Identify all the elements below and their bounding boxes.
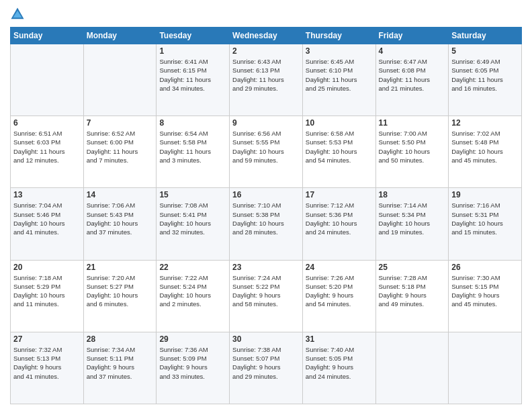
- calendar-cell: 22Sunrise: 7:22 AM Sunset: 5:24 PM Dayli…: [157, 260, 230, 332]
- day-info: Sunrise: 7:18 AM Sunset: 5:29 PM Dayligh…: [13, 273, 81, 309]
- day-info: Sunrise: 7:14 AM Sunset: 5:34 PM Dayligh…: [379, 201, 446, 236]
- day-info: Sunrise: 7:00 AM Sunset: 5:50 PM Dayligh…: [379, 129, 446, 165]
- calendar-cell: 10Sunrise: 6:58 AM Sunset: 5:53 PM Dayli…: [302, 116, 375, 188]
- calendar-cell: 9Sunrise: 6:56 AM Sunset: 5:55 PM Daylig…: [230, 116, 303, 188]
- calendar-cell: [83, 44, 157, 116]
- calendar-cell: 25Sunrise: 7:28 AM Sunset: 5:18 PM Dayli…: [375, 260, 449, 332]
- day-info: Sunrise: 7:20 AM Sunset: 5:27 PM Dayligh…: [87, 273, 154, 309]
- day-number: 31: [306, 334, 373, 344]
- calendar-cell: 3Sunrise: 6:45 AM Sunset: 6:10 PM Daylig…: [302, 44, 375, 116]
- col-header-friday: Friday: [375, 28, 449, 44]
- calendar-cell: 15Sunrise: 7:08 AM Sunset: 5:41 PM Dayli…: [157, 188, 230, 260]
- day-info: Sunrise: 7:24 AM Sunset: 5:22 PM Dayligh…: [232, 273, 300, 309]
- day-info: Sunrise: 6:58 AM Sunset: 5:53 PM Dayligh…: [306, 129, 373, 165]
- day-info: Sunrise: 7:08 AM Sunset: 5:41 PM Dayligh…: [159, 201, 226, 236]
- day-number: 30: [232, 334, 300, 344]
- day-info: Sunrise: 7:22 AM Sunset: 5:24 PM Dayligh…: [159, 273, 226, 309]
- day-number: 14: [87, 190, 154, 199]
- col-header-tuesday: Tuesday: [157, 28, 230, 44]
- day-number: 16: [232, 190, 300, 199]
- day-number: 24: [306, 263, 373, 272]
- logo-icon: [10, 7, 25, 21]
- calendar-cell: 5Sunrise: 6:49 AM Sunset: 6:05 PM Daylig…: [449, 44, 522, 116]
- day-number: 4: [379, 46, 446, 56]
- day-number: 3: [306, 46, 373, 56]
- day-number: 15: [159, 190, 226, 199]
- calendar-cell: 27Sunrise: 7:32 AM Sunset: 5:13 PM Dayli…: [11, 332, 84, 404]
- day-info: Sunrise: 7:36 AM Sunset: 5:09 PM Dayligh…: [159, 345, 226, 381]
- calendar-cell: 31Sunrise: 7:40 AM Sunset: 5:05 PM Dayli…: [302, 332, 375, 404]
- calendar-cell: 29Sunrise: 7:36 AM Sunset: 5:09 PM Dayli…: [157, 332, 230, 404]
- calendar-cell: 2Sunrise: 6:43 AM Sunset: 6:13 PM Daylig…: [230, 44, 303, 116]
- day-info: Sunrise: 6:41 AM Sunset: 6:15 PM Dayligh…: [159, 57, 226, 93]
- day-info: Sunrise: 7:30 AM Sunset: 5:15 PM Dayligh…: [451, 273, 519, 309]
- calendar-cell: 26Sunrise: 7:30 AM Sunset: 5:15 PM Dayli…: [449, 260, 522, 332]
- calendar-week-4: 20Sunrise: 7:18 AM Sunset: 5:29 PM Dayli…: [11, 260, 522, 332]
- calendar-cell: 6Sunrise: 6:51 AM Sunset: 6:03 PM Daylig…: [11, 116, 84, 188]
- day-info: Sunrise: 7:26 AM Sunset: 5:20 PM Dayligh…: [306, 273, 373, 309]
- day-number: 10: [306, 118, 373, 128]
- col-header-saturday: Saturday: [449, 28, 522, 44]
- day-number: 5: [451, 46, 519, 56]
- col-header-thursday: Thursday: [302, 28, 375, 44]
- calendar-cell: 20Sunrise: 7:18 AM Sunset: 5:29 PM Dayli…: [11, 260, 84, 332]
- day-info: Sunrise: 6:52 AM Sunset: 6:00 PM Dayligh…: [87, 129, 154, 165]
- calendar-header-row: SundayMondayTuesdayWednesdayThursdayFrid…: [11, 28, 522, 44]
- day-number: 18: [379, 190, 446, 199]
- day-number: 7: [87, 118, 154, 128]
- day-info: Sunrise: 6:45 AM Sunset: 6:10 PM Dayligh…: [306, 57, 373, 93]
- day-number: 11: [379, 118, 446, 128]
- day-info: Sunrise: 6:51 AM Sunset: 6:03 PM Dayligh…: [13, 129, 81, 165]
- day-number: 19: [451, 190, 519, 199]
- calendar-cell: 4Sunrise: 6:47 AM Sunset: 6:08 PM Daylig…: [375, 44, 449, 116]
- day-info: Sunrise: 6:47 AM Sunset: 6:08 PM Dayligh…: [379, 57, 446, 93]
- day-info: Sunrise: 6:43 AM Sunset: 6:13 PM Dayligh…: [232, 57, 300, 93]
- page: SundayMondayTuesdayWednesdayThursdayFrid…: [0, 0, 532, 411]
- calendar-cell: 12Sunrise: 7:02 AM Sunset: 5:48 PM Dayli…: [449, 116, 522, 188]
- day-info: Sunrise: 7:06 AM Sunset: 5:43 PM Dayligh…: [87, 201, 154, 236]
- day-info: Sunrise: 7:02 AM Sunset: 5:48 PM Dayligh…: [451, 129, 519, 165]
- day-info: Sunrise: 7:32 AM Sunset: 5:13 PM Dayligh…: [13, 345, 81, 381]
- day-number: 20: [13, 263, 81, 272]
- calendar-cell: 28Sunrise: 7:34 AM Sunset: 5:11 PM Dayli…: [83, 332, 157, 404]
- col-header-wednesday: Wednesday: [230, 28, 303, 44]
- calendar-cell: 16Sunrise: 7:10 AM Sunset: 5:38 PM Dayli…: [230, 188, 303, 260]
- calendar-cell: 19Sunrise: 7:16 AM Sunset: 5:31 PM Dayli…: [449, 188, 522, 260]
- day-number: 8: [159, 118, 226, 128]
- day-number: 29: [159, 334, 226, 344]
- calendar-cell: 14Sunrise: 7:06 AM Sunset: 5:43 PM Dayli…: [83, 188, 157, 260]
- calendar-week-3: 13Sunrise: 7:04 AM Sunset: 5:46 PM Dayli…: [11, 188, 522, 260]
- day-number: 28: [87, 334, 154, 344]
- calendar-cell: 24Sunrise: 7:26 AM Sunset: 5:20 PM Dayli…: [302, 260, 375, 332]
- day-info: Sunrise: 7:40 AM Sunset: 5:05 PM Dayligh…: [306, 345, 373, 381]
- day-number: 9: [232, 118, 300, 128]
- calendar-cell: 7Sunrise: 6:52 AM Sunset: 6:00 PM Daylig…: [83, 116, 157, 188]
- day-info: Sunrise: 7:28 AM Sunset: 5:18 PM Dayligh…: [379, 273, 446, 309]
- calendar-cell: 8Sunrise: 6:54 AM Sunset: 5:58 PM Daylig…: [157, 116, 230, 188]
- day-number: 22: [159, 263, 226, 272]
- day-info: Sunrise: 7:04 AM Sunset: 5:46 PM Dayligh…: [13, 201, 81, 236]
- day-number: 21: [87, 263, 154, 272]
- calendar-week-2: 6Sunrise: 6:51 AM Sunset: 6:03 PM Daylig…: [11, 116, 522, 188]
- day-info: Sunrise: 7:10 AM Sunset: 5:38 PM Dayligh…: [232, 201, 300, 236]
- day-info: Sunrise: 7:38 AM Sunset: 5:07 PM Dayligh…: [232, 345, 300, 381]
- day-info: Sunrise: 6:49 AM Sunset: 6:05 PM Dayligh…: [451, 57, 519, 93]
- day-info: Sunrise: 7:34 AM Sunset: 5:11 PM Dayligh…: [87, 345, 154, 381]
- calendar-table: SundayMondayTuesdayWednesdayThursdayFrid…: [10, 27, 522, 404]
- calendar-cell: [449, 332, 522, 404]
- day-number: 12: [451, 118, 519, 128]
- day-info: Sunrise: 6:54 AM Sunset: 5:58 PM Dayligh…: [159, 129, 226, 165]
- header: [10, 7, 522, 21]
- day-number: 25: [379, 263, 446, 272]
- day-number: 27: [13, 334, 81, 344]
- calendar-cell: 17Sunrise: 7:12 AM Sunset: 5:36 PM Dayli…: [302, 188, 375, 260]
- logo: [10, 7, 28, 21]
- calendar-cell: 13Sunrise: 7:04 AM Sunset: 5:46 PM Dayli…: [11, 188, 84, 260]
- col-header-monday: Monday: [83, 28, 157, 44]
- col-header-sunday: Sunday: [11, 28, 84, 44]
- day-number: 1: [159, 46, 226, 56]
- day-number: 23: [232, 263, 300, 272]
- calendar-cell: 21Sunrise: 7:20 AM Sunset: 5:27 PM Dayli…: [83, 260, 157, 332]
- day-number: 17: [306, 190, 373, 199]
- day-info: Sunrise: 7:12 AM Sunset: 5:36 PM Dayligh…: [306, 201, 373, 236]
